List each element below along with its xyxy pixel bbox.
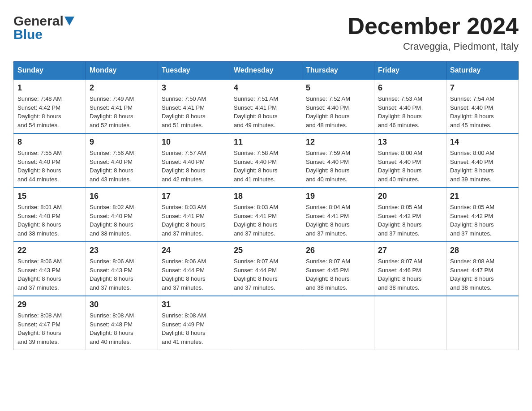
col-thursday: Thursday [302, 62, 374, 80]
col-friday: Friday [374, 62, 446, 80]
table-row: 29 Sunrise: 8:08 AMSunset: 4:47 PMDaylig… [14, 296, 86, 350]
calendar-week-row: 15 Sunrise: 8:01 AMSunset: 4:40 PMDaylig… [14, 188, 519, 242]
logo-blue: Blue [13, 27, 43, 42]
table-row: 8 Sunrise: 7:55 AMSunset: 4:40 PMDayligh… [14, 133, 86, 188]
day-info: Sunrise: 8:08 AMSunset: 4:49 PMDaylight:… [162, 311, 226, 346]
table-row: 25 Sunrise: 8:07 AMSunset: 4:44 PMDaylig… [230, 242, 302, 296]
table-row: 9 Sunrise: 7:56 AMSunset: 4:40 PMDayligh… [86, 133, 158, 188]
table-row: 3 Sunrise: 7:50 AMSunset: 4:41 PMDayligh… [158, 79, 230, 133]
table-row: 23 Sunrise: 8:06 AMSunset: 4:43 PMDaylig… [86, 242, 158, 296]
day-info: Sunrise: 8:02 AMSunset: 4:40 PMDaylight:… [90, 203, 154, 238]
day-info: Sunrise: 7:58 AMSunset: 4:40 PMDaylight:… [234, 149, 298, 184]
table-row: 15 Sunrise: 8:01 AMSunset: 4:40 PMDaylig… [14, 188, 86, 242]
table-row: 26 Sunrise: 8:07 AMSunset: 4:45 PMDaylig… [302, 242, 374, 296]
calendar-week-row: 1 Sunrise: 7:48 AMSunset: 4:42 PMDayligh… [14, 79, 519, 133]
table-row: 12 Sunrise: 7:59 AMSunset: 4:40 PMDaylig… [302, 133, 374, 188]
day-info: Sunrise: 8:07 AMSunset: 4:44 PMDaylight:… [234, 257, 298, 292]
day-number: 16 [90, 192, 154, 201]
table-row: 20 Sunrise: 8:05 AMSunset: 4:42 PMDaylig… [374, 188, 446, 242]
day-number: 14 [450, 137, 515, 147]
table-row: 31 Sunrise: 8:08 AMSunset: 4:49 PMDaylig… [158, 296, 230, 350]
day-number: 4 [234, 83, 298, 93]
day-number: 11 [234, 137, 298, 147]
title-block: December 2024 Craveggia, Piedmont, Italy [348, 13, 519, 52]
day-info: Sunrise: 8:06 AMSunset: 4:43 PMDaylight:… [17, 257, 82, 292]
col-monday: Monday [86, 62, 158, 80]
day-info: Sunrise: 7:48 AMSunset: 4:42 PMDaylight:… [17, 94, 82, 129]
day-number: 12 [306, 137, 370, 147]
day-info: Sunrise: 7:55 AMSunset: 4:40 PMDaylight:… [17, 149, 82, 184]
day-number: 22 [17, 246, 82, 255]
col-tuesday: Tuesday [158, 62, 230, 80]
day-number: 25 [234, 246, 298, 255]
table-row: 6 Sunrise: 7:53 AMSunset: 4:40 PMDayligh… [374, 79, 446, 133]
day-number: 10 [162, 137, 226, 147]
day-number: 17 [162, 192, 226, 201]
day-info: Sunrise: 7:57 AMSunset: 4:40 PMDaylight:… [162, 149, 226, 184]
day-info: Sunrise: 8:08 AMSunset: 4:48 PMDaylight:… [90, 311, 154, 346]
calendar-week-row: 8 Sunrise: 7:55 AMSunset: 4:40 PMDayligh… [14, 133, 519, 188]
table-row [302, 296, 374, 350]
day-info: Sunrise: 8:08 AMSunset: 4:47 PMDaylight:… [450, 257, 515, 292]
calendar-week-row: 22 Sunrise: 8:06 AMSunset: 4:43 PMDaylig… [14, 242, 519, 296]
calendar-table: Sunday Monday Tuesday Wednesday Thursday… [13, 61, 519, 350]
table-row: 13 Sunrise: 8:00 AMSunset: 4:40 PMDaylig… [374, 133, 446, 188]
table-row [230, 296, 302, 350]
table-row: 11 Sunrise: 7:58 AMSunset: 4:40 PMDaylig… [230, 133, 302, 188]
table-row: 21 Sunrise: 8:05 AMSunset: 4:42 PMDaylig… [446, 188, 519, 242]
day-number: 1 [17, 83, 82, 93]
day-number: 15 [17, 192, 82, 201]
day-info: Sunrise: 7:54 AMSunset: 4:40 PMDaylight:… [450, 94, 515, 129]
day-number: 18 [234, 192, 298, 201]
day-number: 3 [162, 83, 226, 93]
day-number: 29 [17, 300, 82, 309]
day-info: Sunrise: 7:50 AMSunset: 4:41 PMDaylight:… [162, 94, 226, 129]
day-number: 30 [90, 300, 154, 309]
calendar-title: December 2024 [348, 13, 519, 39]
day-number: 13 [378, 137, 442, 147]
day-number: 24 [162, 246, 226, 255]
day-info: Sunrise: 7:52 AMSunset: 4:40 PMDaylight:… [306, 94, 370, 129]
table-row: 14 Sunrise: 8:00 AMSunset: 4:40 PMDaylig… [446, 133, 519, 188]
page-header: General Blue December 2024 Craveggia, Pi… [13, 13, 519, 52]
table-row: 10 Sunrise: 7:57 AMSunset: 4:40 PMDaylig… [158, 133, 230, 188]
day-info: Sunrise: 8:06 AMSunset: 4:43 PMDaylight:… [90, 257, 154, 292]
col-saturday: Saturday [446, 62, 519, 80]
svg-marker-0 [64, 17, 74, 26]
day-number: 21 [450, 192, 515, 201]
calendar-subtitle: Craveggia, Piedmont, Italy [348, 41, 519, 52]
table-row: 28 Sunrise: 8:08 AMSunset: 4:47 PMDaylig… [446, 242, 519, 296]
day-info: Sunrise: 8:05 AMSunset: 4:42 PMDaylight:… [450, 203, 515, 238]
logo-triangle-icon [64, 17, 74, 26]
day-number: 8 [17, 137, 82, 147]
day-number: 27 [378, 246, 442, 255]
day-info: Sunrise: 7:59 AMSunset: 4:40 PMDaylight:… [306, 149, 370, 184]
day-number: 19 [306, 192, 370, 201]
day-info: Sunrise: 8:00 AMSunset: 4:40 PMDaylight:… [378, 149, 442, 184]
table-row: 7 Sunrise: 7:54 AMSunset: 4:40 PMDayligh… [446, 79, 519, 133]
table-row: 5 Sunrise: 7:52 AMSunset: 4:40 PMDayligh… [302, 79, 374, 133]
day-number: 5 [306, 83, 370, 93]
day-info: Sunrise: 7:51 AMSunset: 4:41 PMDaylight:… [234, 94, 298, 129]
day-info: Sunrise: 7:53 AMSunset: 4:40 PMDaylight:… [378, 94, 442, 129]
table-row: 18 Sunrise: 8:03 AMSunset: 4:41 PMDaylig… [230, 188, 302, 242]
table-row [446, 296, 519, 350]
day-info: Sunrise: 8:05 AMSunset: 4:42 PMDaylight:… [378, 203, 442, 238]
calendar-header-row: Sunday Monday Tuesday Wednesday Thursday… [14, 62, 519, 80]
day-info: Sunrise: 8:04 AMSunset: 4:41 PMDaylight:… [306, 203, 370, 238]
table-row: 24 Sunrise: 8:06 AMSunset: 4:44 PMDaylig… [158, 242, 230, 296]
table-row [374, 296, 446, 350]
day-number: 7 [450, 83, 515, 93]
day-info: Sunrise: 8:01 AMSunset: 4:40 PMDaylight:… [17, 203, 82, 238]
day-info: Sunrise: 8:07 AMSunset: 4:46 PMDaylight:… [378, 257, 442, 292]
table-row: 4 Sunrise: 7:51 AMSunset: 4:41 PMDayligh… [230, 79, 302, 133]
table-row: 22 Sunrise: 8:06 AMSunset: 4:43 PMDaylig… [14, 242, 86, 296]
day-number: 28 [450, 246, 515, 255]
table-row: 30 Sunrise: 8:08 AMSunset: 4:48 PMDaylig… [86, 296, 158, 350]
table-row: 27 Sunrise: 8:07 AMSunset: 4:46 PMDaylig… [374, 242, 446, 296]
day-info: Sunrise: 8:00 AMSunset: 4:40 PMDaylight:… [450, 149, 515, 184]
day-number: 31 [162, 300, 226, 309]
logo-general: General [13, 13, 64, 29]
logo: General Blue [13, 13, 74, 42]
table-row: 2 Sunrise: 7:49 AMSunset: 4:41 PMDayligh… [86, 79, 158, 133]
